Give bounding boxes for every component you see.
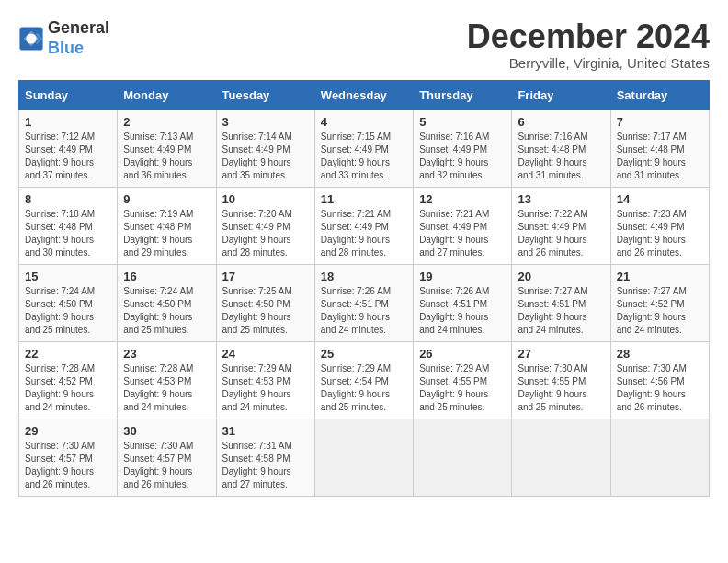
calendar-week-row: 15Sunrise: 7:24 AMSunset: 4:50 PMDayligh… [19,264,710,341]
calendar-cell: 9Sunrise: 7:19 AMSunset: 4:48 PMDaylight… [118,187,216,264]
day-number: 24 [222,347,309,361]
logo-text: General Blue [48,18,109,58]
day-info: Sunrise: 7:28 AMSunset: 4:52 PMDaylight:… [25,362,111,414]
day-number: 16 [123,270,210,283]
day-info: Sunrise: 7:14 AMSunset: 4:49 PMDaylight:… [222,131,309,182]
day-number: 23 [123,347,210,361]
calendar-subtitle: Berryville, Virginia, United States [467,55,710,71]
svg-point-1 [26,33,36,43]
day-info: Sunrise: 7:27 AMSunset: 4:52 PMDaylight:… [617,285,703,337]
header-day: Monday [118,80,216,109]
day-number: 1 [25,115,111,129]
day-number: 18 [321,270,407,283]
calendar-cell: 4Sunrise: 7:15 AMSunset: 4:49 PMDaylight… [314,109,413,187]
calendar-cell: 2Sunrise: 7:13 AMSunset: 4:49 PMDaylight… [118,109,216,187]
calendar-cell: 6Sunrise: 7:16 AMSunset: 4:48 PMDaylight… [512,109,610,187]
page-header: General Blue December 2024 Berryville, V… [18,18,710,71]
day-number: 6 [518,115,604,129]
day-number: 4 [321,115,407,129]
calendar-week-row: 1Sunrise: 7:12 AMSunset: 4:49 PMDaylight… [19,109,710,187]
calendar-cell: 30Sunrise: 7:30 AMSunset: 4:57 PMDayligh… [118,419,216,496]
calendar-cell [314,419,413,496]
day-info: Sunrise: 7:21 AMSunset: 4:49 PMDaylight:… [321,208,407,259]
day-number: 25 [321,347,407,361]
header-day: Tuesday [216,80,314,109]
calendar-cell: 11Sunrise: 7:21 AMSunset: 4:49 PMDayligh… [314,187,413,264]
day-info: Sunrise: 7:27 AMSunset: 4:51 PMDaylight:… [518,285,604,337]
day-number: 22 [25,347,111,361]
calendar-cell: 17Sunrise: 7:25 AMSunset: 4:50 PMDayligh… [216,264,314,341]
day-number: 28 [617,347,703,361]
day-number: 17 [222,270,309,283]
day-number: 31 [222,424,309,438]
calendar-cell: 26Sunrise: 7:29 AMSunset: 4:55 PMDayligh… [414,341,512,419]
calendar-cell: 27Sunrise: 7:30 AMSunset: 4:55 PMDayligh… [512,341,610,419]
day-number: 15 [25,270,111,283]
calendar-cell: 28Sunrise: 7:30 AMSunset: 4:56 PMDayligh… [610,341,709,419]
calendar-cell: 29Sunrise: 7:30 AMSunset: 4:57 PMDayligh… [19,419,118,496]
day-info: Sunrise: 7:30 AMSunset: 4:57 PMDaylight:… [25,440,111,491]
day-number: 12 [419,192,506,206]
day-info: Sunrise: 7:22 AMSunset: 4:49 PMDaylight:… [518,208,604,259]
day-number: 20 [518,270,604,283]
calendar-cell: 24Sunrise: 7:29 AMSunset: 4:53 PMDayligh… [216,341,314,419]
calendar-cell: 25Sunrise: 7:29 AMSunset: 4:54 PMDayligh… [314,341,413,419]
calendar-cell: 21Sunrise: 7:27 AMSunset: 4:52 PMDayligh… [610,264,709,341]
header-day: Thursday [414,80,512,109]
calendar-cell: 23Sunrise: 7:28 AMSunset: 4:53 PMDayligh… [118,341,216,419]
day-info: Sunrise: 7:16 AMSunset: 4:48 PMDaylight:… [518,131,604,182]
header-day: Saturday [610,80,709,109]
calendar-cell: 5Sunrise: 7:16 AMSunset: 4:49 PMDaylight… [414,109,512,187]
day-info: Sunrise: 7:19 AMSunset: 4:48 PMDaylight:… [123,208,210,259]
day-info: Sunrise: 7:29 AMSunset: 4:55 PMDaylight:… [419,362,506,414]
day-number: 13 [518,192,604,206]
day-number: 5 [419,115,506,129]
day-info: Sunrise: 7:26 AMSunset: 4:51 PMDaylight:… [419,285,506,337]
calendar-week-row: 22Sunrise: 7:28 AMSunset: 4:52 PMDayligh… [19,341,710,419]
calendar-cell [512,419,610,496]
calendar-cell [414,419,512,496]
header-row: SundayMondayTuesdayWednesdayThursdayFrid… [19,80,710,109]
day-info: Sunrise: 7:21 AMSunset: 4:49 PMDaylight:… [419,208,506,259]
day-number: 3 [222,115,309,129]
calendar-cell: 16Sunrise: 7:24 AMSunset: 4:50 PMDayligh… [118,264,216,341]
day-info: Sunrise: 7:31 AMSunset: 4:58 PMDaylight:… [222,440,309,491]
day-info: Sunrise: 7:18 AMSunset: 4:48 PMDaylight:… [25,208,111,259]
day-info: Sunrise: 7:30 AMSunset: 4:56 PMDaylight:… [617,362,703,414]
calendar-cell: 20Sunrise: 7:27 AMSunset: 4:51 PMDayligh… [512,264,610,341]
day-info: Sunrise: 7:29 AMSunset: 4:53 PMDaylight:… [222,362,309,414]
logo: General Blue [18,18,109,58]
day-number: 2 [123,115,210,129]
header-day: Wednesday [314,80,413,109]
day-info: Sunrise: 7:12 AMSunset: 4:49 PMDaylight:… [25,131,111,182]
header-day: Friday [512,80,610,109]
calendar-cell: 10Sunrise: 7:20 AMSunset: 4:49 PMDayligh… [216,187,314,264]
logo-icon [18,26,44,52]
calendar-cell: 14Sunrise: 7:23 AMSunset: 4:49 PMDayligh… [610,187,709,264]
calendar-cell: 31Sunrise: 7:31 AMSunset: 4:58 PMDayligh… [216,419,314,496]
calendar-cell: 1Sunrise: 7:12 AMSunset: 4:49 PMDaylight… [19,109,118,187]
calendar-cell: 7Sunrise: 7:17 AMSunset: 4:48 PMDaylight… [610,109,709,187]
day-number: 26 [419,347,506,361]
calendar-cell: 13Sunrise: 7:22 AMSunset: 4:49 PMDayligh… [512,187,610,264]
day-info: Sunrise: 7:15 AMSunset: 4:49 PMDaylight:… [321,131,407,182]
calendar-cell: 12Sunrise: 7:21 AMSunset: 4:49 PMDayligh… [414,187,512,264]
calendar-cell: 19Sunrise: 7:26 AMSunset: 4:51 PMDayligh… [414,264,512,341]
calendar-cell: 8Sunrise: 7:18 AMSunset: 4:48 PMDaylight… [19,187,118,264]
calendar-week-row: 29Sunrise: 7:30 AMSunset: 4:57 PMDayligh… [19,419,710,496]
day-info: Sunrise: 7:30 AMSunset: 4:55 PMDaylight:… [518,362,604,414]
day-number: 14 [617,192,703,206]
day-number: 27 [518,347,604,361]
day-info: Sunrise: 7:20 AMSunset: 4:49 PMDaylight:… [222,208,309,259]
day-number: 7 [617,115,703,129]
day-info: Sunrise: 7:24 AMSunset: 4:50 PMDaylight:… [25,285,111,337]
day-info: Sunrise: 7:30 AMSunset: 4:57 PMDaylight:… [123,440,210,491]
day-info: Sunrise: 7:24 AMSunset: 4:50 PMDaylight:… [123,285,210,337]
day-info: Sunrise: 7:28 AMSunset: 4:53 PMDaylight:… [123,362,210,414]
day-number: 21 [617,270,703,283]
header-day: Sunday [19,80,118,109]
calendar-cell: 22Sunrise: 7:28 AMSunset: 4:52 PMDayligh… [19,341,118,419]
calendar-cell: 18Sunrise: 7:26 AMSunset: 4:51 PMDayligh… [314,264,413,341]
calendar-week-row: 8Sunrise: 7:18 AMSunset: 4:48 PMDaylight… [19,187,710,264]
day-info: Sunrise: 7:16 AMSunset: 4:49 PMDaylight:… [419,131,506,182]
